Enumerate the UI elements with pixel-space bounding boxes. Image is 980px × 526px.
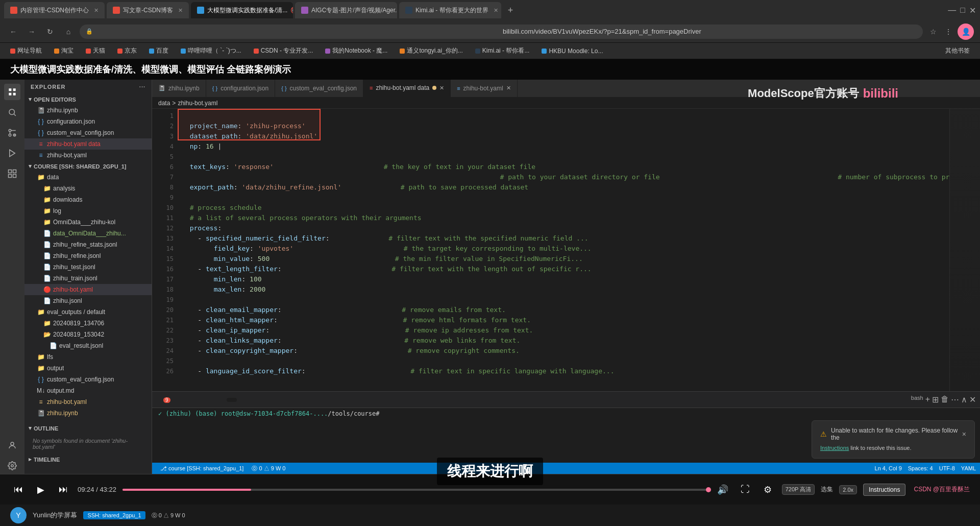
open-file-zhihu-bot-data[interactable]: ≡ zhihu-bot.yaml data [24, 138, 152, 150]
tab-ports[interactable] [214, 398, 225, 402]
home-button[interactable]: ⌂ [61, 25, 76, 39]
tree-20240819-2[interactable]: 📂 20240819_153042 [24, 329, 152, 340]
tree-refine[interactable]: 📄 zhihu_refine.jsonl [24, 250, 152, 261]
forward-button[interactable]: → [24, 25, 39, 39]
code-content[interactable]: project_name: 'zhihu-process' dataset_pa… [178, 109, 949, 391]
bookmark-1[interactable]: 网址导航 [6, 45, 46, 57]
terminal-trash-icon[interactable]: 🗑 [941, 395, 949, 404]
back-button[interactable]: ← [6, 25, 20, 39]
tree-custom-eval-file[interactable]: { } custom_eval_config.json [24, 374, 152, 385]
tab-output[interactable] [178, 398, 188, 402]
window-maximize[interactable]: □ [960, 6, 965, 15]
user-avatar-bottom[interactable]: Y [10, 507, 27, 523]
address-bar[interactable]: 🔒 bilibili.com/video/BV1vuWpezEKx/?p=21&… [80, 25, 923, 39]
new-tab-button[interactable]: + [503, 3, 518, 17]
tree-zhihu-ipynb-root[interactable]: 📓 zhihu.ipynb [24, 408, 152, 419]
refresh-button[interactable]: ↻ [43, 25, 57, 39]
tab-close-1[interactable]: ✕ [94, 7, 99, 14]
tree-zhihu-bot-yaml[interactable]: 🔴 zhihu-bot.yaml [24, 284, 152, 295]
tree-omni[interactable]: 📁 OmniData___zhihu-kol [24, 217, 152, 228]
source-control-icon[interactable] [4, 125, 20, 141]
notification-close-button[interactable]: × [962, 430, 966, 438]
editor-tab-config[interactable]: { } configuration.json [206, 80, 275, 97]
outline-section-header[interactable]: ▾ OUTLINE [24, 423, 152, 434]
terminal-chevron-up-icon[interactable]: ∧ [961, 395, 967, 404]
bookmark-other[interactable]: 其他书签 [941, 45, 974, 57]
tree-train[interactable]: 📄 zhihu_train.jsonl [24, 273, 152, 284]
tree-eval-result[interactable]: 📄 eval_result.jsonl [24, 340, 152, 351]
bookmark-4[interactable]: 京东 [113, 45, 141, 57]
bookmark-11[interactable]: HKBU Moodle: Lo... [537, 45, 607, 57]
tree-test[interactable]: 📄 zhihu_test.jsonl [24, 261, 152, 273]
bookmark-7[interactable]: CSDN - 专业开发... [250, 45, 317, 57]
editor-tab-ipynb[interactable]: 📓 zhihu.ipynb [152, 80, 206, 97]
tab-debug-console[interactable] [190, 398, 200, 402]
terminal-add-icon[interactable]: + [925, 395, 930, 404]
tree-refine-stats[interactable]: 📄 zhihu_refine_stats.jsonl [24, 239, 152, 250]
instructions-button[interactable]: Instructions [863, 484, 905, 496]
accounts-icon[interactable] [4, 437, 20, 453]
search-icon[interactable] [4, 104, 20, 121]
fullscreen-button[interactable]: ⛶ [737, 482, 753, 498]
code-editor-scroll[interactable]: 1 2 3 4 5 6 7 8 9 10 11 12 13 [152, 109, 980, 391]
bookmark-8[interactable]: 我的Notebook - 魔... [321, 45, 391, 57]
tree-zhihu-jsonl[interactable]: 📄 zhihu.jsonl [24, 295, 152, 306]
open-file-zhihu-bot[interactable]: ≡ zhihu-bot.yaml [24, 150, 152, 161]
window-minimize[interactable]: — [948, 6, 956, 15]
browser-tab-3[interactable]: 大模型微调实践数据准备/清... 🔇 ✕ [191, 2, 293, 18]
tree-20240819-1[interactable]: 📁 20240819_134706 [24, 318, 152, 329]
bookmark-icon[interactable]: ☆ [927, 26, 939, 38]
explorer-menu-icon[interactable]: ··· [139, 84, 145, 90]
browser-tab-2[interactable]: 写文章-CSDN博客 ✕ [107, 2, 189, 18]
open-editors-header[interactable]: ▾ OPEN EDITORS [24, 94, 152, 105]
tree-log[interactable]: 📁 log [24, 205, 152, 217]
bookmark-5[interactable]: 百度 [145, 45, 173, 57]
bookmark-2[interactable]: 淘宝 [50, 45, 78, 57]
terminal-split-icon[interactable]: ⊞ [932, 395, 939, 404]
speed-selector[interactable]: 2.0x [839, 485, 857, 494]
browser-tab-5[interactable]: Kimi.ai - 帮你看更大的世界 ✕ [399, 2, 501, 18]
tree-analysis[interactable]: 📁 analysis [24, 183, 152, 194]
bookmark-3[interactable]: 天猫 [82, 45, 109, 57]
settings-gear-icon[interactable] [4, 458, 20, 474]
terminal-close-icon[interactable]: ✕ [969, 395, 976, 404]
bookmark-6[interactable]: 哔哩哔哩（ `- `)つ... [177, 45, 246, 57]
settings-icon[interactable]: ⋮ [942, 26, 954, 38]
editor-tab-custom-eval[interactable]: { } custom_eval_config.json [275, 80, 363, 97]
ssh-status-bottom[interactable]: SSH: shared_2gpu_1 [83, 511, 145, 519]
tab-close-editor-4[interactable]: ✕ [439, 85, 444, 91]
explorer-icon[interactable] [4, 84, 20, 100]
tab-close-5[interactable]: ✕ [494, 7, 498, 14]
timeline-section-header[interactable]: ▸ TIMELINE [24, 454, 152, 465]
bookmark-10[interactable]: Kimi.ai - 帮你看... [471, 45, 534, 57]
progress-bar[interactable] [122, 489, 708, 491]
tree-output[interactable]: 📁 output [24, 363, 152, 374]
selection-button[interactable]: 选集 [821, 485, 833, 494]
browser-tab-1[interactable]: 内容管理-CSDN创作中心 ✕ [4, 2, 105, 18]
tree-output-md[interactable]: M↓ output.md [24, 385, 152, 396]
open-file-custom-eval[interactable]: { } custom_eval_config.json [24, 127, 152, 138]
prev-button[interactable]: ⏮ [10, 482, 27, 498]
open-file-zhihu-ipynb[interactable]: 📓 zhihu.ipynb [24, 105, 152, 116]
volume-button[interactable]: 🔊 [715, 482, 731, 498]
settings-button[interactable]: ⚙ [760, 482, 776, 498]
tree-downloads[interactable]: 📁 downloads [24, 194, 152, 205]
quality-selector[interactable]: 720P 高清 [782, 484, 815, 495]
tree-data-folder[interactable]: 📁 data [24, 172, 152, 183]
terminal-menu-icon[interactable]: ⋯ [951, 395, 959, 404]
tree-zhihu-bot-root[interactable]: ≡ zhihu-bot.yaml [24, 396, 152, 408]
tab-close-2[interactable]: ✕ [178, 7, 183, 14]
user-avatar[interactable]: 👤 [958, 23, 974, 40]
editor-tab-zhihu-bot-data[interactable]: ≡ zhihu-bot.yaml data ✕ [363, 80, 451, 97]
extensions-icon[interactable] [4, 165, 20, 182]
browser-tab-4[interactable]: AIGC专题-图片/声音/视频/Ager... ✕ [295, 2, 397, 18]
open-file-config[interactable]: { } configuration.json [24, 116, 152, 127]
tab-close-editor-5[interactable]: ✕ [506, 85, 511, 91]
tab-mute-3[interactable]: 🔇 [290, 7, 293, 14]
tree-omni-data-file[interactable]: 📄 data_OmniData___zhihu... [24, 228, 152, 239]
play-button[interactable]: ▶ [33, 482, 49, 498]
tab-jupyter[interactable] [202, 398, 212, 402]
editor-tab-zhihu-bot[interactable]: ≡ zhihu-bot.yaml ✕ [451, 80, 517, 97]
window-close[interactable]: ✕ [969, 6, 976, 15]
tree-eval-outputs[interactable]: 📁 eval_outputs / default [24, 306, 152, 318]
